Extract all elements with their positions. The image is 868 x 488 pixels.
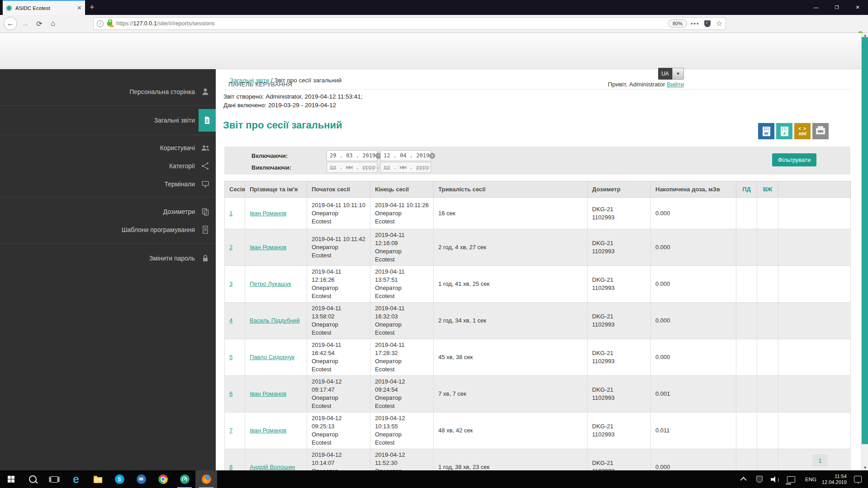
sessions-table: СесіяПрізвище та ім'яПочаток сесіїКінець… — [224, 181, 851, 486]
sidebar-item-lock[interactable]: Змінити пароль — [0, 249, 216, 267]
user-name-link[interactable]: Іван Романов — [250, 244, 286, 251]
sidebar-item-label: Категорії — [169, 162, 195, 170]
pagination-page-1[interactable]: 1 — [812, 454, 828, 467]
back-button[interactable]: ← — [4, 17, 17, 30]
empty-cell — [778, 266, 851, 303]
session-link[interactable]: 1 — [229, 210, 232, 217]
mixed-content-lock-icon[interactable] — [107, 22, 112, 26]
search-button[interactable] — [22, 470, 43, 488]
task-view-icon — [51, 476, 58, 483]
sidebar-item-label: Персональна сторінка — [129, 88, 195, 95]
scrollbar[interactable]: ▲ ▼ — [861, 33, 868, 470]
scrollbar-thumb[interactable] — [862, 37, 868, 444]
exclude-from-date-input[interactable]: дд . мм . рррр — [327, 162, 377, 173]
user-name-link[interactable]: Іван Романов — [250, 210, 286, 217]
name-cell: Іван Романов — [245, 376, 307, 412]
chevron-down-icon[interactable]: ▼ — [672, 68, 684, 80]
breadcrumb-parent-link[interactable]: Загальні звіти — [230, 77, 269, 84]
user-name-link[interactable]: Петро Лукащук — [250, 280, 291, 287]
start-button[interactable] — [0, 470, 22, 488]
file-explorer-button[interactable] — [87, 470, 109, 488]
zoom-level-badge[interactable]: 80% — [668, 19, 687, 28]
edge-button[interactable]: e — [65, 470, 87, 488]
lock-icon — [201, 254, 210, 263]
empty-cell — [778, 303, 851, 339]
include-label: Включаючи: — [251, 152, 288, 159]
sidebar-item-label: Термінали — [164, 180, 195, 188]
page-actions-icon[interactable]: ••• — [691, 20, 700, 27]
url-bar[interactable]: i https://127.0.0.1/site/#/reports/sessi… — [93, 17, 726, 30]
tray-expand-icon[interactable] — [740, 477, 747, 483]
user-name-link[interactable]: Василь Піддубний — [250, 317, 300, 324]
task-view-button[interactable] — [43, 470, 65, 488]
report-created-text: Звіт створено: Administrator, 2019-04-12… — [223, 93, 363, 100]
user-name-link[interactable]: Іван Романов — [250, 390, 286, 397]
user-name-link[interactable]: Андрій Волощин — [250, 464, 295, 470]
pocket-shield-icon[interactable] — [704, 20, 711, 27]
page-info-icon[interactable]: i — [97, 20, 104, 27]
sidebar-item-label: Загальні звіти — [154, 117, 195, 124]
session-link[interactable]: 2 — [229, 244, 232, 251]
session-link[interactable]: 5 — [229, 354, 232, 360]
duration-cell: 1 год, 41 хв, 25 сек — [434, 266, 588, 303]
export-xml-button[interactable]: < > xml — [794, 123, 811, 139]
browser-tab[interactable]: ASIDC Ecotest ✕ — [3, 0, 85, 15]
name-cell: Іван Романов — [245, 229, 307, 266]
export-word-button[interactable]: w — [758, 123, 774, 139]
user-name-link[interactable]: Іван Романов — [250, 427, 286, 434]
logout-link[interactable]: Вийти — [667, 81, 684, 88]
session-link[interactable]: 3 — [229, 280, 232, 287]
defender-shield-icon[interactable] — [756, 476, 763, 483]
user-name-link[interactable]: Павло Сидорчук — [250, 354, 294, 360]
sidebar-item-terminals[interactable]: Термінали — [0, 175, 216, 193]
include-to-date-input[interactable]: 12 . 04 . 2019 ✕ — [380, 150, 431, 161]
sidebar-item-report[interactable]: Загальні звіти — [0, 107, 216, 134]
clear-date-icon[interactable]: ✕ — [429, 153, 435, 159]
keyboard-language[interactable]: ENG — [805, 477, 816, 482]
print-button[interactable] — [812, 123, 829, 139]
monitoring-app-button[interactable] — [174, 470, 195, 488]
export-excel-button[interactable]: x — [776, 123, 792, 139]
forward-button[interactable]: → — [22, 20, 29, 28]
sidebar-item-person[interactable]: Персональна сторінка — [0, 81, 216, 103]
skype-button[interactable]: S — [109, 470, 130, 488]
session-link[interactable]: 4 — [229, 317, 232, 324]
volume-icon[interactable] — [771, 476, 779, 483]
session-link[interactable]: 8 — [229, 464, 232, 470]
dosimeter-cell: DKG-211102993 — [588, 198, 651, 229]
firefox-button[interactable] — [195, 470, 217, 488]
excel-doc-icon: x — [781, 127, 788, 136]
tab-close-icon[interactable]: ✕ — [77, 5, 82, 11]
window-minimize-button[interactable]: — — [806, 0, 826, 14]
session-link[interactable]: 7 — [229, 427, 232, 434]
window-close-button[interactable]: ✕ — [847, 0, 868, 14]
sidebar-item-templates[interactable]: Шаблони програмування — [0, 221, 216, 239]
clock[interactable]: 11:54 12.04.2019 — [822, 474, 847, 485]
new-tab-button[interactable]: + — [90, 3, 95, 11]
reload-button[interactable]: ⟳ — [36, 20, 42, 28]
action-center-icon[interactable] — [854, 476, 862, 483]
session-row: 4Василь Піддубний2019-04-11 13:58:02Опер… — [225, 303, 851, 339]
exclude-to-date-input[interactable]: дд . мм . рррр — [380, 162, 431, 173]
url-text: https://127.0.0.1/site/#/reports/session… — [116, 20, 215, 27]
dosimeter-cell: DKG-211102993 — [588, 266, 651, 303]
session-link[interactable]: 6 — [229, 390, 232, 397]
sidebar-item-categories[interactable]: Категорії — [0, 157, 216, 175]
filter-button[interactable]: Фільтрувати — [772, 153, 816, 166]
chrome-button[interactable] — [152, 470, 174, 488]
scroll-down-icon[interactable]: ▼ — [863, 465, 867, 470]
sidebar-item-dosimeter[interactable]: Дозиметри — [0, 203, 216, 221]
language-select[interactable]: UA ▼ — [658, 68, 684, 80]
sidebar-item-users[interactable]: Користувачі — [0, 139, 216, 157]
session-cell: 6 — [225, 376, 245, 412]
include-from-date-input[interactable]: 29 . 03 . 2019 ✕ — [327, 150, 377, 161]
session-start-cell: 2019-04-12 09:17:47ОператорEcotest — [307, 376, 370, 412]
thunderbird-button[interactable]: ✉ — [130, 470, 152, 488]
session-cell: 1 — [225, 198, 245, 229]
network-icon[interactable] — [787, 476, 795, 483]
window-restore-button[interactable]: ❐ — [826, 0, 847, 14]
bookmark-star-icon[interactable]: ☆ — [716, 20, 722, 27]
printer-icon — [816, 128, 825, 134]
home-button[interactable]: ⌂ — [51, 20, 55, 27]
edge-icon: e — [73, 474, 79, 485]
